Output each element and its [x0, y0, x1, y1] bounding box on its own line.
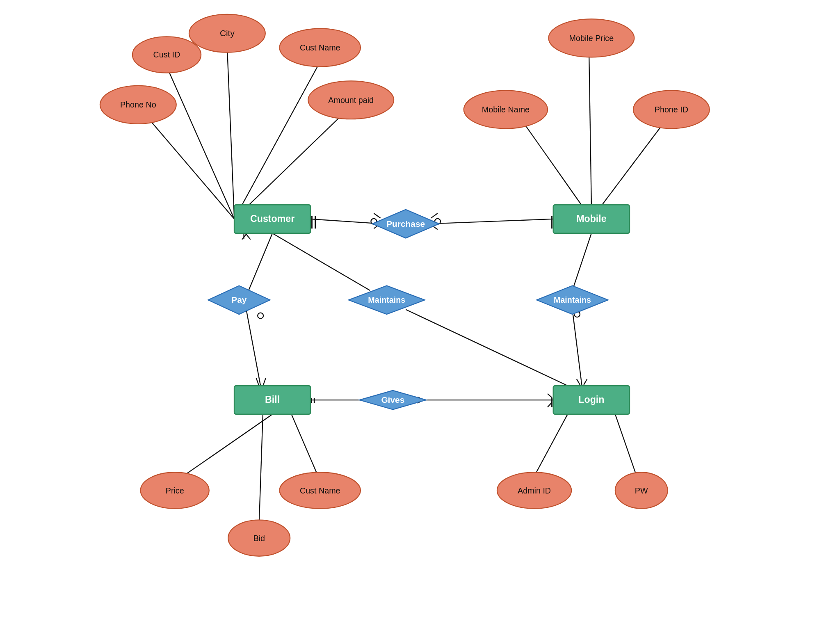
- line-customer-maintains: [272, 233, 370, 290]
- rel-purchase-label: Purchase: [386, 219, 425, 228]
- entity-login-label: Login: [578, 394, 604, 405]
- attr-phone-id-label: Phone ID: [655, 105, 688, 114]
- cf-cust-pay-right: [246, 234, 250, 240]
- line-cust-id: [167, 67, 234, 219]
- rel-gives-label: Gives: [381, 395, 404, 404]
- cf-login-gives-tick1: [548, 394, 552, 397]
- cf-bill-top-tick2: [263, 378, 266, 385]
- cf-bill-top-tick1: [256, 378, 259, 385]
- er-diagram: City Cust ID Phone No Cust Name Amount p…: [0, 0, 840, 619]
- line-amount-paid: [234, 110, 347, 219]
- attr-amount-paid-label: Amount paid: [328, 96, 374, 105]
- line-login-pw: [615, 414, 637, 476]
- line-maintains-login: [406, 310, 568, 386]
- line-cust-name-top: [234, 62, 320, 219]
- cf-login-maintains-tick1: [577, 379, 580, 385]
- attr-cust-name-bill-label: Cust Name: [300, 486, 340, 495]
- attr-bid-label: Bid: [253, 534, 265, 543]
- line-login-admin: [534, 414, 568, 476]
- entity-bill-label: Bill: [265, 394, 280, 405]
- line-mobile-name: [521, 119, 591, 219]
- attr-mobile-name-label: Mobile Name: [482, 105, 530, 114]
- attr-admin-id-label: Admin ID: [518, 486, 551, 495]
- line-phone-no: [145, 114, 234, 219]
- attr-pw-label: PW: [635, 486, 648, 495]
- line-city: [227, 48, 234, 219]
- entity-customer-label: Customer: [250, 213, 294, 224]
- line-bill-cust-name: [292, 414, 319, 479]
- attr-price-label: Price: [166, 486, 184, 495]
- line-maintains-right-login: [572, 310, 582, 386]
- cf-login-maintains-tick2: [584, 379, 587, 385]
- attr-phone-no-label: Phone No: [120, 100, 156, 109]
- rel-maintains-right-label: Maintains: [554, 295, 591, 304]
- rel-pay-label: Pay: [231, 295, 247, 304]
- line-bill-price: [180, 414, 272, 479]
- line-mobile-price: [589, 53, 591, 205]
- attr-mobile-price-label: Mobile Price: [569, 34, 614, 43]
- attr-cust-name-top-label: Cust Name: [300, 43, 340, 52]
- entity-mobile-label: Mobile: [576, 213, 607, 224]
- attr-city-label: City: [220, 28, 235, 38]
- line-mobile-maintains-right: [572, 233, 591, 290]
- cf-purchase-mobile-many-top: [431, 213, 438, 218]
- rel-maintains-left-label: Maintains: [368, 295, 405, 304]
- line-pay-bill: [246, 310, 260, 386]
- line-customer-pay: [249, 233, 272, 290]
- cf-pay-bill-circle: [258, 313, 263, 319]
- line-phone-id: [591, 119, 667, 219]
- cf-login-gives-tick2: [548, 402, 552, 407]
- cf-purchase-many-top: [374, 213, 380, 218]
- line-purchase-mobile: [429, 219, 553, 224]
- line-bill-bid: [259, 414, 263, 524]
- attr-cust-id-label: Cust ID: [153, 50, 180, 59]
